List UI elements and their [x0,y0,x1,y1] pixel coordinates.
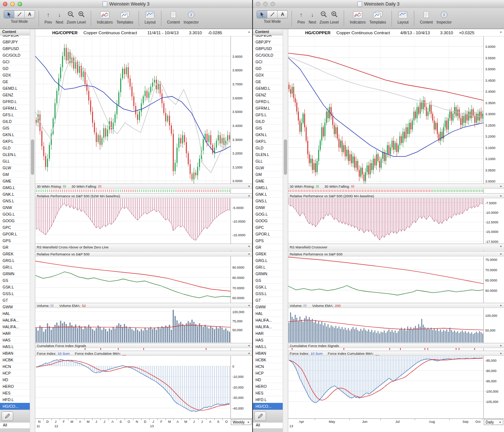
sidebar-item[interactable]: HCP [253,370,283,376]
sidebar-item[interactable]: GM [0,171,30,178]
text-tool-button[interactable]: A [25,11,35,18]
sidebar-item[interactable]: HAR [0,330,30,337]
sidebar-item[interactable]: GPC [253,224,283,231]
sidebar-item[interactable]: GME [0,178,30,184]
sidebar-item[interactable]: GS [0,277,30,284]
sidebar-item[interactable]: GOG.L [0,211,30,217]
sidebar-item[interactable]: GR [253,244,283,251]
sidebar-item[interactable]: GKN.L [253,131,283,138]
indicators-button[interactable]: Indicators [350,10,365,24]
sidebar-item[interactable]: HFD.L [0,396,30,403]
sidebar-item[interactable]: GRI.L [253,264,283,270]
sidebar-item[interactable]: HG/CO... [0,403,30,410]
content-button[interactable]: Content [167,10,180,24]
relative-performance-lines[interactable] [288,256,483,302]
panel-collapse-button[interactable]: ▼ [248,31,250,33]
panel-collapse-button[interactable]: ▼ [248,253,250,255]
scope-all[interactable]: All [253,422,283,428]
indicators-button[interactable]: Indicators [97,10,112,24]
sidebar-item[interactable]: HCN [253,363,283,370]
sidebar-item[interactable]: GD [0,65,30,72]
drawing-tools-button[interactable] [254,411,266,421]
sidebar-item[interactable]: GRG.L [0,257,30,264]
sidebar-item[interactable]: GNW [0,204,30,211]
sidebar-item[interactable]: GSS.L [0,290,30,297]
volume-chart[interactable] [288,308,483,343]
sidebar-item[interactable]: GLEN.L [253,151,283,158]
volume-chart[interactable] [35,308,230,343]
sidebar-item[interactable]: GBPUSD [253,45,283,52]
sidebar-item[interactable]: GFRM.L [0,105,30,111]
sidebar-item[interactable]: HERO [253,383,283,390]
panel-collapse-button[interactable]: ▼ [500,304,502,307]
sidebar-item[interactable]: GR [0,244,30,251]
sidebar-item[interactable]: GPOR.L [253,231,283,237]
sidebar-item[interactable]: GEMD.L [253,85,283,92]
sidebar-item[interactable]: GNK.L [253,191,283,198]
tool-mode-segmented[interactable]: A [257,10,288,18]
content-button[interactable]: Content [420,10,433,24]
panel-collapse-button[interactable]: ▼ [500,253,502,255]
sidebar-item[interactable]: HES [253,390,283,396]
prev-button[interactable]: ↑Prev [44,10,52,24]
tool-mode-segmented[interactable]: A [4,10,35,18]
sidebar-item[interactable]: GFS.L [0,111,30,118]
sidebar-item[interactable]: HAS [253,337,283,343]
sidebar-item[interactable]: HD [0,376,30,383]
sidebar-item[interactable]: GENZ [253,92,283,98]
price-chart[interactable] [35,37,230,184]
sidebar-item[interactable]: HFD.L [253,396,283,403]
symbol-list[interactable]: GBPEURGBPJPYGBPUSDGC/GOLDGCIGDGDXGEGEMD.… [0,35,30,410]
sidebar-item[interactable]: GNK.L [0,191,30,198]
layout-button[interactable]: Layout [397,10,408,24]
zoom-in-button[interactable] [78,11,85,19]
sidebar-item[interactable]: HAR [253,330,283,337]
sidebar-item[interactable]: HES [0,390,30,396]
sidebar-item[interactable]: GME [253,178,283,184]
relative-performance-histogram[interactable] [288,198,483,243]
pointer-tool-button[interactable] [4,11,14,18]
zoom-out-button[interactable] [67,11,74,19]
timeframe-select[interactable]: Weekly▼ [231,419,251,425]
panel-collapse-button[interactable]: ▼ [500,31,502,33]
panel-collapse-button[interactable]: ▼ [248,352,250,355]
sidebar-item[interactable]: HCP [0,370,30,376]
sidebar-item[interactable]: GRMN [0,270,30,277]
sidebar-item[interactable]: GFS.L [253,111,283,118]
scrollbar-thumb[interactable] [31,139,34,175]
panel-collapse-button[interactable]: ▼ [248,185,250,188]
sidebar-item[interactable]: GPC [0,224,30,231]
relative-performance-lines[interactable] [35,256,230,302]
inspector-button[interactable]: iInspector [183,10,199,24]
sidebar-item[interactable]: GREK [0,251,30,257]
panel-collapse-button[interactable]: ▼ [500,195,502,197]
scope-all[interactable]: All [0,422,30,428]
next-button[interactable]: ↓Next [309,10,317,24]
sidebar-item[interactable]: GIS [0,125,30,131]
sidebar-item[interactable]: GLD [0,145,30,151]
templates-button[interactable]: Templates [117,10,133,24]
sidebar-item[interactable]: GEMD.L [0,85,30,92]
sidebar-item[interactable]: GBPEUR [0,35,30,39]
sidebar-item[interactable]: HAL [0,310,30,317]
sidebar-item[interactable]: GRMN [253,270,283,277]
panel-collapse-button[interactable]: ▼ [248,344,250,347]
sidebar-item[interactable]: GFRM.L [253,105,283,111]
sidebar-item[interactable]: GLL [0,158,30,164]
titlebar[interactable]: Weinstein Daily 3 [253,0,504,8]
sidebar-item[interactable]: HD [253,376,283,383]
sidebar-item[interactable]: HALIFA... [253,317,283,323]
sidebar-item[interactable]: GMG.L [0,184,30,191]
sidebar-scrollbar[interactable] [30,29,35,432]
sidebar-item[interactable]: GCI [253,59,283,65]
panel-collapse-button[interactable]: ▼ [500,185,502,188]
sidebar-item[interactable]: HCBK [0,357,30,363]
force-index-chart[interactable] [35,356,230,418]
sidebar-item[interactable]: GC/GOLD [0,52,30,59]
sidebar-item[interactable]: GILD [0,118,30,125]
panel-collapse-button[interactable]: ▼ [248,245,250,248]
sidebar-item[interactable]: GRI.L [0,264,30,270]
sidebar-item[interactable]: GS [253,277,283,284]
sidebar-item[interactable]: GSK.L [253,284,283,290]
timeframe-select[interactable]: Daily▼ [484,419,503,425]
